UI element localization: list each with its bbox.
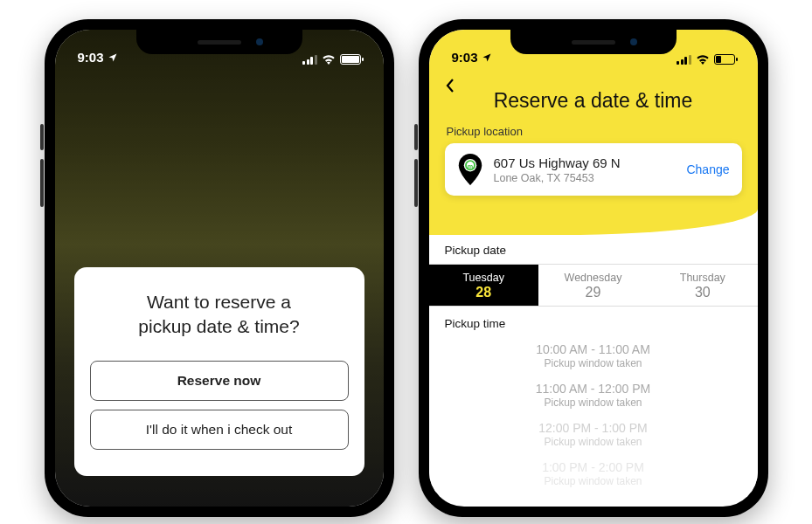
time-range: 10:00 AM - 11:00 AM	[429, 342, 758, 356]
pickup-location-label: Pickup location	[429, 113, 758, 143]
signal-icon	[302, 55, 317, 65]
pickup-location-card: m 607 Us Highway 69 N Lone Oak, TX 75453…	[445, 143, 742, 196]
page-title: Reserve a date & time	[429, 66, 758, 113]
status-time: 9:03	[78, 50, 104, 65]
time-status: Pickup window taken	[429, 475, 758, 487]
svg-text:m: m	[467, 162, 472, 170]
time-status: Pickup window taken	[429, 396, 758, 409]
change-location-link[interactable]: Change	[686, 162, 729, 176]
time-slot[interactable]: 12:00 PM - 1:00 PM Pickup window taken	[429, 414, 758, 453]
location-text: 607 Us Highway 69 N Lone Oak, TX 75453	[494, 155, 677, 184]
time-slot[interactable]: 11:00 AM - 12:00 PM Pickup window taken	[429, 375, 758, 414]
wifi-icon	[696, 54, 710, 65]
date-day-label: Thursday	[648, 272, 757, 284]
date-option-wednesday[interactable]: Wednesday 29	[538, 265, 648, 306]
pickup-time-label: Pickup time	[429, 307, 758, 335]
later-button[interactable]: I'll do it when i check out	[90, 410, 349, 450]
location-arrow-icon	[108, 52, 118, 63]
time-range: 11:00 AM - 12:00 PM	[429, 382, 758, 396]
signal-icon	[677, 55, 691, 65]
date-num-label: 30	[648, 285, 757, 300]
reserve-prompt-modal: Want to reserve a pickup date & time? Re…	[74, 267, 364, 476]
time-slot[interactable]: 10:00 AM - 11:00 AM Pickup window taken	[429, 335, 758, 375]
wifi-icon	[322, 54, 336, 65]
screen-right: 9:03 Reserve a date & time Pickup loca	[429, 30, 758, 507]
phone-mockup-left: 9:03 Want to reserve a pickup date & tim…	[45, 19, 394, 517]
phone-mockup-right: 9:03 Reserve a date & time Pickup loca	[419, 19, 768, 517]
date-option-tuesday[interactable]: Tuesday 28	[429, 265, 538, 306]
pickup-date-label: Pickup date	[429, 235, 758, 264]
date-time-section: Pickup date Tuesday 28 Wednesday 29 Thur…	[429, 235, 758, 493]
time-range: 1:00 PM - 2:00 PM	[429, 460, 758, 474]
time-range: 12:00 PM - 1:00 PM	[429, 421, 758, 435]
reserve-now-button[interactable]: Reserve now	[90, 361, 349, 401]
back-button[interactable]	[445, 78, 455, 98]
screen-left: 9:03 Want to reserve a pickup date & tim…	[55, 30, 384, 507]
modal-title: Want to reserve a pickup date & time?	[90, 290, 349, 340]
modal-title-line2: pickup date & time?	[138, 316, 299, 336]
location-arrow-icon	[482, 52, 492, 63]
map-pin-icon: m	[457, 154, 483, 185]
status-time: 9:03	[452, 50, 478, 65]
device-notch	[510, 30, 677, 54]
device-notch	[136, 30, 302, 54]
date-picker: Tuesday 28 Wednesday 29 Thursday 30	[429, 264, 758, 307]
address-line1: 607 Us Highway 69 N	[494, 155, 677, 170]
date-num-label: 29	[538, 285, 648, 300]
date-day-label: Tuesday	[429, 272, 538, 284]
time-slot[interactable]: 1:00 PM - 2:00 PM Pickup window taken	[429, 453, 758, 493]
time-status: Pickup window taken	[429, 436, 758, 448]
battery-icon	[340, 54, 361, 65]
time-status: Pickup window taken	[429, 357, 758, 369]
date-option-thursday[interactable]: Thursday 30	[648, 265, 757, 306]
modal-title-line1: Want to reserve a	[147, 292, 291, 312]
date-day-label: Wednesday	[538, 272, 648, 284]
header: 9:03 Reserve a date & time Pickup loca	[429, 30, 758, 235]
date-num-label: 28	[429, 285, 538, 300]
address-line2: Lone Oak, TX 75453	[494, 172, 677, 184]
battery-icon	[714, 54, 735, 65]
